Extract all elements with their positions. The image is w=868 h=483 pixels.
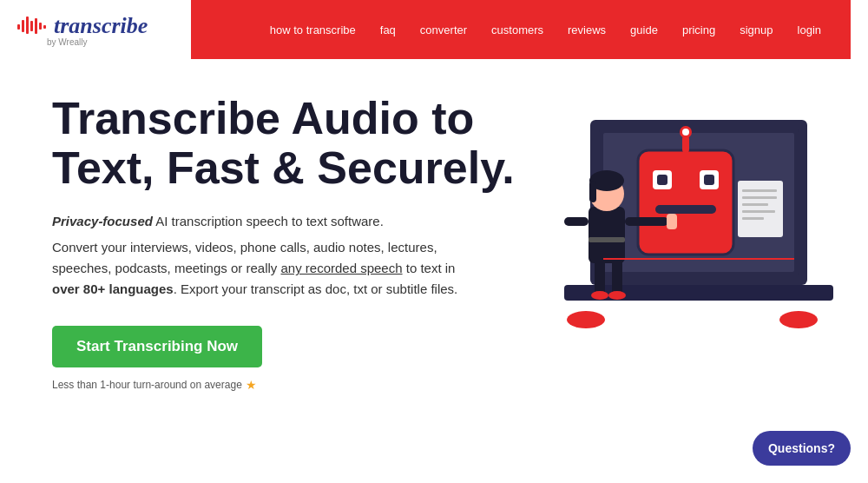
svg-rect-3 — [30, 21, 33, 31]
svg-rect-4 — [35, 18, 37, 34]
svg-rect-14 — [657, 175, 667, 185]
svg-point-38 — [567, 311, 605, 328]
svg-rect-11 — [638, 150, 733, 255]
hero-description: Convert your interviews, videos, phone c… — [52, 237, 469, 300]
svg-rect-36 — [667, 214, 677, 229]
svg-rect-24 — [742, 210, 775, 213]
svg-rect-22 — [742, 196, 777, 199]
nav-converter[interactable]: converter — [408, 23, 479, 36]
nav-reviews[interactable]: reviews — [556, 23, 618, 36]
svg-rect-27 — [612, 259, 622, 294]
nav-faq[interactable]: faq — [368, 23, 408, 36]
svg-point-29 — [608, 291, 626, 300]
svg-rect-37 — [564, 217, 589, 226]
social-proof: Less than 1-hour turn-around on average … — [52, 378, 538, 392]
svg-rect-31 — [589, 237, 625, 242]
logo-text: transcribe — [54, 13, 148, 39]
main-nav: how to transcribe faq converter customer… — [191, 0, 851, 59]
svg-rect-15 — [704, 175, 714, 185]
start-transcribing-button[interactable]: Start Transcribing Now — [52, 326, 262, 367]
svg-rect-34 — [589, 181, 596, 202]
hero-left: Transcribe Audio to Text, Fast & Securel… — [52, 94, 538, 483]
nav-pricing[interactable]: pricing — [670, 23, 727, 36]
svg-rect-25 — [742, 217, 764, 220]
questions-button[interactable]: Questions? — [753, 431, 851, 466]
svg-rect-26 — [595, 259, 605, 294]
svg-rect-5 — [39, 23, 42, 30]
any-recorded-speech-link[interactable]: any recorded speech — [280, 261, 402, 275]
social-proof-text: Less than 1-hour turn-around on average — [52, 379, 242, 391]
nav-signup[interactable]: signup — [727, 23, 785, 36]
logo-icon — [17, 14, 49, 38]
nav-guide[interactable]: guide — [618, 23, 670, 36]
svg-rect-23 — [742, 203, 768, 206]
logo[interactable]: transcribe by Wreally — [17, 13, 191, 47]
svg-rect-21 — [742, 189, 777, 192]
hero-section: Transcribe Audio to Text, Fast & Securel… — [0, 59, 868, 483]
nav-login[interactable]: login — [786, 23, 833, 36]
svg-rect-35 — [625, 217, 668, 226]
hero-tagline: Privacy-focused AI transcription speech … — [52, 214, 538, 228]
hero-illustration — [512, 68, 842, 328]
svg-point-19 — [682, 129, 689, 136]
nav-customers[interactable]: customers — [479, 23, 556, 36]
svg-rect-6 — [43, 25, 46, 29]
svg-rect-1 — [22, 20, 24, 32]
star-icon: ★ — [246, 378, 257, 392]
logo-sub: by Wreally — [47, 37, 88, 47]
svg-rect-0 — [17, 24, 20, 30]
hero-headline: Transcribe Audio to Text, Fast & Securel… — [52, 94, 538, 193]
svg-point-28 — [591, 291, 608, 300]
svg-rect-30 — [589, 207, 625, 263]
nav-how-to-transcribe[interactable]: how to transcribe — [258, 23, 368, 36]
svg-rect-2 — [26, 17, 29, 34]
svg-rect-16 — [655, 205, 716, 214]
svg-rect-20 — [738, 181, 783, 237]
svg-point-39 — [779, 311, 818, 328]
